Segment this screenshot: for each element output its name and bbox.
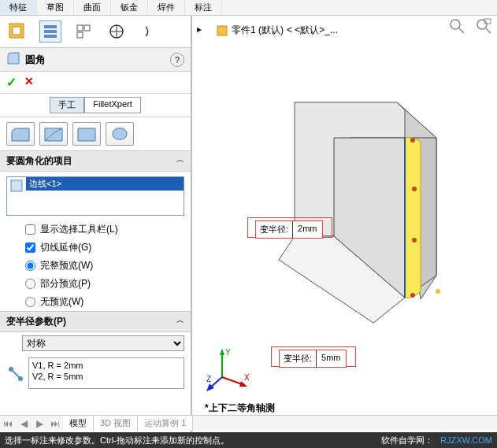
mode-tabs: 手工 FilletXpert [0,94,191,117]
svg-point-29 [412,238,417,243]
bottom-tabs: ⏮ ◀ ▶ ⏭ 模型 3D 视图 运动算例 1 [0,415,497,431]
params-section-header[interactable]: 变半径参数(P) ︿ [0,311,191,332]
zoom-fit-icon[interactable] [448,17,465,37]
option-no-preview[interactable]: 无预览(W) [0,293,191,311]
viewport[interactable]: ▸ 零件1 (默认) < <默认>_... [192,16,497,448]
radius-label-top: 变半径: [256,221,293,238]
radio-full-preview[interactable] [25,261,35,271]
label-show-toolbar: 显示选择工具栏(L) [40,223,118,236]
view-tools [448,17,492,37]
svg-text:X: X [244,373,250,382]
face-fillet-icon[interactable] [72,122,101,146]
constant-fillet-icon[interactable] [6,122,35,146]
tab-3dview[interactable]: 3D 视图 [94,416,138,431]
option-partial-preview[interactable]: 部分预览(P) [0,275,191,293]
tab-sheetmetal[interactable]: 钣金 [111,0,148,15]
status-bar: 选择一标注来修改参数。Ctrl-拖动标注来添加新的控制点。 软件自学网： RJZ… [0,432,497,448]
panel-title: 圆角 [25,53,46,67]
breadcrumb[interactable]: 零件1 (默认) < <默认>_... [216,24,338,37]
model-preview [247,79,452,331]
selection-item-edge1[interactable]: 边线<1> [26,177,184,191]
items-header-label: 要圆角化的项目 [6,154,72,168]
radio-no-preview[interactable] [25,297,35,307]
svg-rect-4 [44,35,57,38]
svg-rect-15 [217,26,227,35]
svg-point-28 [412,187,417,191]
checkbox-show-toolbar[interactable] [25,224,35,235]
label-full-preview: 完整预览(W) [40,259,93,272]
watermark-site: 软件自学网： [381,435,433,445]
items-section-header[interactable]: 要圆角化的项目 ︿ [0,150,191,172]
tab-scroll-next-icon[interactable]: ▶ [32,418,47,429]
svg-point-16 [451,20,460,29]
svg-rect-6 [84,25,90,31]
panel-overflow-icon[interactable] [139,20,161,43]
chevron-up-icon: ︿ [176,315,184,328]
svg-rect-11 [113,128,127,139]
option-full-preview[interactable]: 完整预览(W) [0,257,191,275]
svg-marker-36 [239,381,247,387]
radius-callout-top[interactable]: 变半径: 2mm [255,220,323,239]
config-manager-icon[interactable] [72,20,95,43]
svg-point-18 [477,20,487,29]
checkbox-tangent[interactable] [25,243,35,253]
full-round-icon[interactable] [106,122,134,146]
tab-manual[interactable]: 手工 [50,97,84,113]
help-icon[interactable]: ? [170,53,184,67]
svg-point-27 [410,138,415,143]
property-manager-icon[interactable] [39,20,61,43]
svg-marker-33 [220,349,224,355]
part-icon [216,24,228,37]
variable-fillet-icon[interactable] [39,122,68,146]
feature-manager-panel: 圆角 ? ✓ ✕ 手工 FilletXpert 要圆角化的项目 ︿ [0,16,192,448]
radius-value-top[interactable]: 2mm [293,221,321,238]
svg-line-17 [459,28,464,33]
svg-rect-1 [13,27,20,35]
tab-scroll-prev-icon[interactable]: ◀ [16,418,32,429]
svg-text:Y: Y [225,348,231,357]
cancel-button[interactable]: ✕ [24,75,34,90]
svg-line-19 [486,28,491,33]
ok-button[interactable]: ✓ [6,75,17,90]
panel-title-bar: 圆角 ? [0,48,191,72]
svg-text:Z: Z [206,375,211,383]
tab-weld[interactable]: 焊件 [148,0,185,15]
selection-list[interactable]: 边线<1> [6,176,184,216]
tab-annotate[interactable]: 标注 [185,0,222,15]
svg-point-31 [436,289,440,294]
feature-tree-icon[interactable] [6,20,28,43]
tab-sketch[interactable]: 草图 [37,0,74,15]
label-tangent: 切线延伸(G) [40,241,91,254]
tab-feature[interactable]: 特征 [0,0,37,15]
vertex-item-1[interactable]: V1, R = 2mm [32,360,180,371]
option-show-toolbar[interactable]: 显示选择工具栏(L) [0,220,191,239]
tab-scroll-last-icon[interactable]: ⏭ [47,418,63,429]
chevron-up-icon: ︿ [176,154,184,168]
breadcrumb-part: 零件1 (默认) [232,24,284,37]
tab-surface[interactable]: 曲面 [74,0,111,15]
vertex-list[interactable]: V1, R = 2mm V2, R = 5mm [28,357,184,389]
radius-callout-bottom[interactable]: 变半径: 5mm [279,350,347,368]
flyout-tree-arrow-icon[interactable]: ▸ [197,24,202,35]
tab-motion[interactable]: 运动算例 1 [138,416,193,431]
svg-rect-7 [77,32,83,38]
edge-icon [7,177,26,215]
svg-rect-12 [11,180,22,191]
label-partial-preview: 部分预览(P) [40,277,91,291]
tab-model[interactable]: 模型 [63,416,94,431]
option-tangent[interactable]: 切线延伸(G) [0,239,191,257]
tab-filletxpert[interactable]: FilletXpert [84,97,141,113]
radius-value-bottom[interactable]: 5mm [317,350,345,367]
symmetry-select[interactable]: 对称 [22,335,184,351]
orientation-label: *上下二等角轴测 [205,402,275,415]
confirm-row: ✓ ✕ [0,72,191,94]
dimxpert-icon[interactable] [106,20,128,43]
tab-scroll-first-icon[interactable]: ⏮ [0,418,16,429]
svg-rect-5 [77,25,83,31]
radio-partial-preview[interactable] [25,279,35,289]
status-hint: 选择一标注来修改参数。Ctrl-拖动标注来添加新的控制点。 [5,435,229,446]
zoom-area-icon[interactable] [475,17,492,37]
panel-tab-row [0,16,191,48]
fillet-type-row [0,117,191,150]
vertex-item-2[interactable]: V2, R = 5mm [32,371,180,382]
